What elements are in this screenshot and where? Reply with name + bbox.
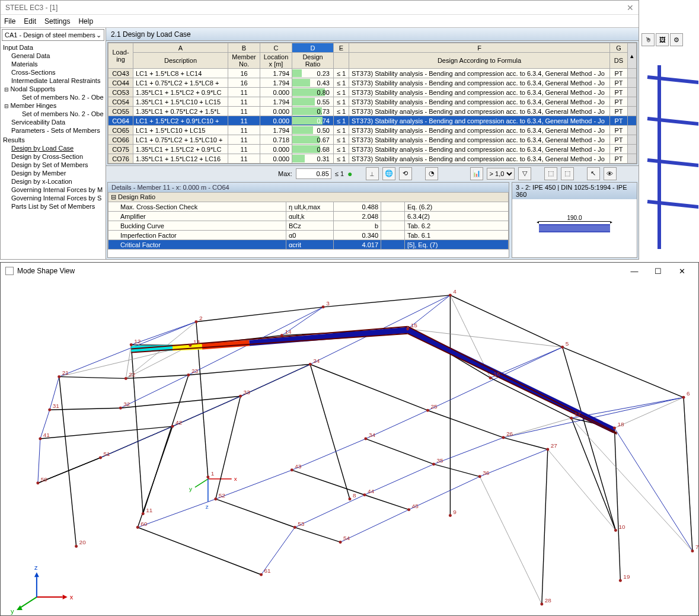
scroll-up-icon[interactable]: ▴ [628, 43, 637, 69]
tree-nodal-child[interactable]: Set of members No. 2 - Obe [1, 93, 106, 101]
menu-help[interactable]: Help [78, 17, 93, 25]
filter-select[interactable]: > 1,0 [487, 168, 515, 180]
tool-btn-chart[interactable]: 📊 [470, 167, 483, 180]
details-row[interactable]: Max. Cross-Section Check η ult,k,max 0.4… [108, 202, 509, 212]
col-b[interactable]: B [228, 43, 260, 53]
case-dropdown[interactable]: CA1 - Design of steel members ⌄ [2, 29, 104, 41]
close-icon[interactable]: ✕ [670, 264, 694, 278]
rt-icon-3[interactable]: ⚙ [670, 33, 683, 46]
col-e[interactable]: E [334, 43, 349, 53]
rt-icon-1[interactable]: 🖰 [641, 33, 655, 46]
col-d[interactable]: D [292, 43, 334, 53]
tool-btn-eye[interactable]: 👁 [604, 167, 617, 180]
max-input[interactable] [296, 168, 331, 179]
svg-text:z: z [34, 564, 38, 571]
tree-input-data[interactable]: Input Data [1, 43, 106, 52]
titlebar2[interactable]: Mode Shape View — ☐ ✕ [1, 263, 698, 279]
table-row[interactable]: CO75 1.35*LC1 + 1.5*LC2 + 0.9*LC 11 0.00… [108, 145, 637, 154]
svg-line-57 [614, 428, 620, 580]
svg-text:17: 17 [574, 411, 582, 417]
tree-hinges-child[interactable]: Set of members No. 2 - Obe [1, 110, 106, 118]
viewport[interactable]: x y z x y z [1, 279, 698, 615]
svg-line-92 [409, 477, 480, 510]
tree-lateral-restraints[interactable]: Intermediate Lateral Restraints [1, 76, 106, 85]
svg-point-166 [546, 448, 549, 451]
tree-parameters[interactable]: Parameters - Sets of Members [1, 126, 106, 135]
svg-point-178 [432, 462, 435, 465]
close-icon[interactable]: ✕ [627, 3, 634, 12]
menu-file[interactable]: File [4, 17, 15, 25]
col-member2: No. [239, 60, 249, 68]
table-row[interactable]: CO66 LC1 + 0.75*LC2 + 1.5*LC10 + 11 0.71… [108, 135, 637, 145]
details-ratio-header[interactable]: ⊟ Design Ratio [108, 193, 509, 202]
svg-point-170 [48, 408, 51, 411]
tree-parts-list[interactable]: Parts List by Set of Members [1, 202, 106, 210]
col-a[interactable]: A [133, 43, 228, 53]
svg-text:41: 41 [43, 432, 50, 438]
tool-btn-6[interactable]: ⬚ [561, 167, 574, 180]
rt-icon-2[interactable]: 🖼 [656, 33, 669, 46]
tool-btn-7[interactable]: ↖ [587, 167, 600, 180]
tool-btn-1[interactable]: ⟂ [366, 167, 379, 180]
tree-member-hinges[interactable]: Member Hinges [1, 101, 106, 110]
tree-design-member[interactable]: Design by Member [1, 169, 106, 177]
section-panel: 3 - 2: IPE 450 | DIN 1025-5:1994 - IPE 3… [512, 182, 637, 258]
svg-text:26: 26 [506, 430, 513, 437]
table-row[interactable]: CO44 LC1 + 0.75*LC2 + 1.5*LC8 + 16 1.794… [108, 78, 637, 88]
details-row[interactable]: Critical Factor αcrit 4.017 [5], Eq. (7) [108, 240, 509, 250]
svg-text:22: 22 [129, 371, 136, 378]
tree-design-load-case[interactable]: Design by Load Case [1, 144, 106, 152]
col-f[interactable]: F [349, 43, 610, 53]
details-row[interactable]: Buckling Curve BCz b Tab. 6.2 [108, 221, 509, 231]
svg-line-87 [365, 464, 434, 495]
tree-nodal-supports[interactable]: Nodal Supports [1, 85, 106, 93]
table-row[interactable]: CO65 LC1 + 1.5*LC10 + LC15 11 1.794 0.50… [108, 126, 637, 135]
table-row[interactable]: CO43 LC1 + 1.5*LC8 + LC14 16 1.794 0.23 … [108, 69, 637, 78]
details-row[interactable]: Imperfection Factor α0 0.340 Tab. 6.1 [108, 231, 509, 240]
col-ds[interactable]: DS [610, 53, 628, 69]
table-row[interactable]: CO54 1.35*LC1 + 1.5*LC10 + LC15 11 1.794… [108, 97, 637, 107]
col-loading2: ing [116, 56, 125, 63]
tree-design-cross-section[interactable]: Design by Cross-Section [1, 152, 106, 161]
window-title: STEEL EC3 - [1] [5, 4, 58, 12]
menu-settings[interactable]: Settings [44, 17, 70, 25]
maximize-icon[interactable]: ☐ [646, 264, 670, 278]
titlebar[interactable]: STEEL EC3 - [1] ✕ [1, 1, 639, 15]
tree-design-x-location[interactable]: Design by x-Location [1, 177, 106, 186]
svg-point-136 [130, 343, 133, 346]
tree-gov-forces-s[interactable]: Governing Internal Forces by S [1, 194, 106, 202]
tool-btn-filter[interactable]: ▽ [518, 167, 531, 180]
menu-edit[interactable]: Edit [24, 17, 36, 25]
tree-design-set-members[interactable]: Design by Set of Members [1, 161, 106, 169]
tree-results[interactable]: Results [1, 136, 106, 144]
svg-point-132 [614, 529, 617, 532]
table-row[interactable]: CO53 1.35*LC1 + 1.5*LC2 + 0.9*LC 11 0.00… [108, 88, 637, 97]
table-row[interactable]: CO64 LC1 + 1.5*LC2 + 0.9*LC10 + 11 0.000… [108, 116, 637, 126]
svg-line-0 [647, 77, 698, 89]
table-row[interactable]: CO55 1.35*LC1 + 0.75*LC2 + 1.5*L 11 0.00… [108, 107, 637, 116]
table-row[interactable]: CO76 1.35*LC1 + 1.5*LC12 + LC16 11 0.000… [108, 154, 637, 164]
col-description[interactable]: Description [133, 53, 228, 69]
minimize-icon[interactable]: — [623, 264, 646, 278]
svg-line-82 [216, 470, 292, 499]
content-area: 2.1 Design by Load Case Load-ing A B C D… [106, 28, 639, 259]
svg-point-160 [309, 363, 312, 366]
svg-text:12: 12 [134, 338, 141, 344]
tree-cross-sections[interactable]: Cross-Sections [1, 68, 106, 76]
tool-btn-5[interactable]: ⬚ [544, 167, 557, 180]
tree-gov-forces-m[interactable]: Governing Internal Forces by M [1, 186, 106, 194]
svg-line-47 [365, 495, 409, 510]
col-formula[interactable]: Design According to Formula [349, 53, 610, 69]
col-c[interactable]: C [260, 43, 292, 53]
tool-btn-2[interactable]: 🌐 [382, 167, 395, 180]
tree-general-data[interactable]: General Data [1, 52, 106, 60]
tool-btn-4[interactable]: ◔ [425, 167, 438, 180]
tree-serviceability[interactable]: Serviceability Data [1, 118, 106, 126]
tree-materials[interactable]: Materials [1, 60, 106, 68]
svg-text:10: 10 [618, 524, 625, 530]
details-row[interactable]: Amplifier αult,k 2.048 6.3.4(2) [108, 212, 509, 221]
svg-point-162 [426, 409, 429, 412]
svg-text:6: 6 [687, 390, 690, 397]
tool-btn-3[interactable]: ⟲ [399, 167, 412, 180]
col-g[interactable]: G [610, 43, 628, 53]
